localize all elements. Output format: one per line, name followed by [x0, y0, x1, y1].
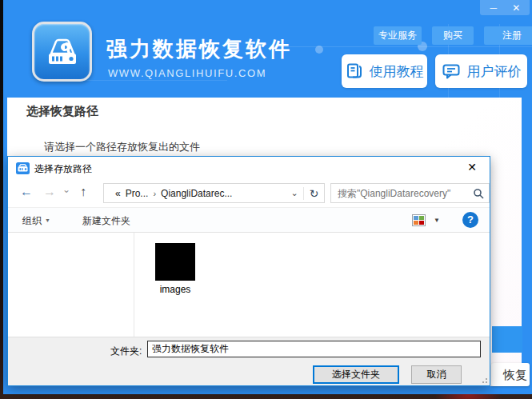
resize-grip[interactable] — [479, 375, 487, 383]
header-links: 专业服务 购买 注册 — [374, 26, 532, 45]
breadcrumb-root[interactable]: Pro... — [126, 188, 149, 199]
header-decor-circle — [315, 46, 323, 54]
view-grid-icon — [412, 214, 426, 226]
folder-thumbnail — [155, 243, 195, 281]
dialog-file-area: images — [8, 233, 490, 337]
app-website: WWW.QIANGLIHUIFU.COM — [108, 67, 266, 79]
breadcrumb-separator-icon[interactable]: › — [153, 189, 156, 198]
view-mode-button[interactable] — [412, 214, 426, 229]
tutorial-button-label: 使用教程 — [370, 62, 424, 81]
file-item-label: images — [149, 284, 202, 295]
link-buy[interactable]: 购买 — [432, 26, 474, 45]
address-dropdown-icon[interactable]: ⌄ — [286, 188, 303, 198]
view-mode-dropdown-icon[interactable]: ▼ — [434, 217, 440, 224]
partial-browse-button[interactable] — [492, 326, 522, 353]
select-folder-button[interactable]: 选择文件夹 — [313, 365, 399, 384]
link-professional-service[interactable]: 专业服务 — [374, 26, 422, 45]
dialog-nav-bar: ← → ⌄ ↑ « Pro... › QiangliDatarec... ⌄ ↻ — [8, 180, 490, 207]
help-button[interactable]: ? — [462, 212, 478, 228]
forward-button: → — [43, 184, 56, 200]
organize-label: 组织 — [22, 215, 42, 226]
minimize-button[interactable]: ─ — [484, 3, 503, 13]
dialog-toolbar: 组织▼ 新建文件夹 ▼ ? — [8, 207, 490, 233]
folder-picker-dialog: 选择存放路径 ✕ ← → ⌄ ↑ « Pro... › QiangliDatar… — [7, 156, 490, 386]
up-button[interactable]: ↑ — [80, 184, 86, 200]
breadcrumb-current[interactable]: QiangliDatarec... — [161, 188, 232, 199]
instruction-text: 请选择一个路径存放恢复出的文件 — [44, 140, 200, 154]
search-box — [330, 183, 490, 203]
new-folder-button[interactable]: 新建文件夹 — [82, 214, 130, 228]
folder-name-label: 文件夹: — [110, 345, 142, 358]
dialog-app-icon — [16, 162, 30, 174]
app-logo — [32, 22, 92, 82]
link-register[interactable]: 注册 — [484, 26, 532, 45]
dialog-close-button[interactable]: ✕ — [464, 161, 480, 174]
window-controls: ─ ✕ — [480, 0, 530, 15]
close-button[interactable]: ✕ — [506, 3, 526, 13]
page-title: 选择恢复路径 — [26, 104, 98, 119]
harddrive-wrench-icon — [42, 31, 83, 73]
app-title: 强力数据恢复软件 — [106, 35, 292, 63]
search-input[interactable] — [331, 188, 468, 199]
dialog-footer: 文件夹: 选择文件夹 取消 — [8, 337, 490, 385]
desktop: { "main_window": { "titlebar": { "minimi… — [0, 0, 532, 399]
dialog-titlebar[interactable]: 选择存放路径 ✕ — [8, 157, 490, 180]
search-icon[interactable] — [468, 188, 489, 199]
review-button[interactable]: 用户评价 — [435, 54, 527, 88]
address-bar[interactable]: « Pro... › QiangliDatarec... ⌄ ↻ — [103, 183, 325, 203]
folder-tree-pane[interactable] — [8, 233, 134, 337]
back-button[interactable]: ← — [20, 184, 33, 200]
breadcrumb: « Pro... › QiangliDatarec... — [104, 188, 286, 199]
breadcrumb-overflow[interactable]: « — [115, 188, 121, 199]
cancel-button[interactable]: 取消 — [411, 365, 462, 384]
organize-menu[interactable]: 组织▼ — [22, 214, 50, 228]
chat-bubble-icon — [442, 62, 461, 80]
partial-recover-button[interactable]: 恢复 — [491, 363, 530, 386]
document-icon — [346, 62, 363, 80]
refresh-icon[interactable]: ↻ — [303, 187, 324, 200]
chevron-down-icon: ▼ — [45, 217, 50, 223]
dialog-title: 选择存放路径 — [34, 162, 92, 176]
tutorial-button[interactable]: 使用教程 — [342, 54, 427, 88]
header-decor-line — [275, 46, 532, 47]
review-button-label: 用户评价 — [467, 62, 522, 81]
recent-locations-dropdown[interactable]: ⌄ — [62, 182, 70, 198]
folder-name-input[interactable] — [147, 341, 481, 357]
magnifier-glyph — [473, 188, 484, 199]
file-item-images[interactable]: images — [149, 241, 202, 295]
